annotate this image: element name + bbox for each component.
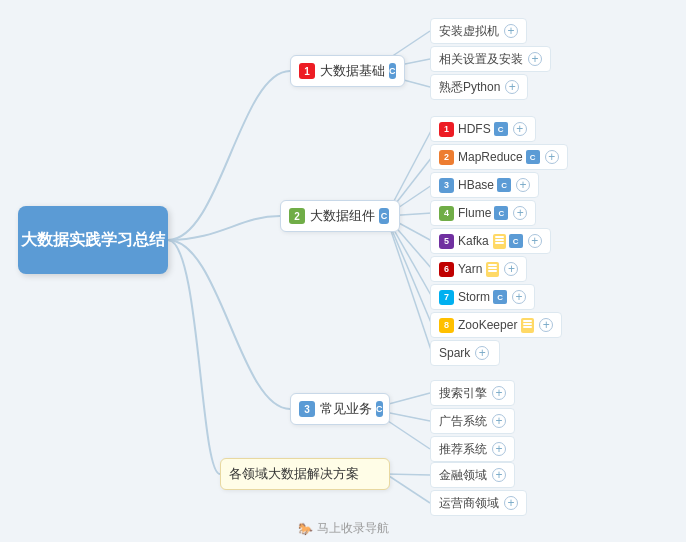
- leaf-num: 5: [439, 234, 454, 249]
- plus-button[interactable]: +: [504, 496, 518, 510]
- leaf-spark[interactable]: Spark +: [430, 340, 500, 366]
- plus-button[interactable]: +: [475, 346, 489, 360]
- plus-button[interactable]: +: [504, 262, 518, 276]
- leaf-label: Spark: [439, 346, 470, 360]
- leaf-num: 7: [439, 290, 454, 305]
- plus-button[interactable]: +: [513, 206, 527, 220]
- leaf-num: 8: [439, 318, 454, 333]
- svg-line-15: [386, 474, 430, 475]
- leaf-label: Yarn: [458, 262, 482, 276]
- leaf-c-icon: C: [494, 122, 508, 136]
- leaf-kafka[interactable]: 5 Kafka C +: [430, 228, 551, 254]
- leaf-flume[interactable]: 4 Flume C +: [430, 200, 536, 226]
- leaf-num: 4: [439, 206, 454, 221]
- leaf-doc-icon: [493, 234, 506, 249]
- plus-button[interactable]: +: [545, 150, 559, 164]
- branch-node-2[interactable]: 2 大数据组件 C: [280, 200, 400, 232]
- branch-num-2: 2: [289, 208, 305, 224]
- branch-label-1: 大数据基础: [320, 62, 385, 80]
- leaf-label: MapReduce: [458, 150, 523, 164]
- leaf-label: 推荐系统: [439, 441, 487, 458]
- root-label: 大数据实践学习总结: [21, 229, 165, 251]
- plus-button[interactable]: +: [516, 178, 530, 192]
- plus-button[interactable]: +: [505, 80, 519, 94]
- branch-node-4[interactable]: 各领域大数据解决方案: [220, 458, 390, 490]
- leaf-hdfs[interactable]: 1 HDFS C +: [430, 116, 536, 142]
- leaf-settings-install[interactable]: 相关设置及安装 +: [430, 46, 551, 72]
- leaf-yarn[interactable]: 6 Yarn +: [430, 256, 527, 282]
- leaf-c-icon: C: [494, 206, 508, 220]
- branch-label-4: 各领域大数据解决方案: [229, 465, 359, 483]
- plus-button[interactable]: +: [528, 234, 542, 248]
- leaf-storm[interactable]: 7 Storm C +: [430, 284, 535, 310]
- leaf-label: ZooKeeper: [458, 318, 517, 332]
- leaf-c-icon: C: [526, 150, 540, 164]
- leaf-label: 广告系统: [439, 413, 487, 430]
- leaf-num: 1: [439, 122, 454, 137]
- branch-node-3[interactable]: 3 常见业务 C: [290, 393, 390, 425]
- branch-c-icon-2: C: [379, 208, 389, 224]
- branch-c-icon-3: C: [376, 401, 383, 417]
- leaf-c-icon: C: [497, 178, 511, 192]
- leaf-c-icon: C: [509, 234, 523, 248]
- leaf-operator[interactable]: 运营商领域 +: [430, 490, 527, 516]
- leaf-label: 运营商领域: [439, 495, 499, 512]
- plus-button[interactable]: +: [504, 24, 518, 38]
- leaf-num: 6: [439, 262, 454, 277]
- leaf-recommend[interactable]: 推荐系统 +: [430, 436, 515, 462]
- plus-button[interactable]: +: [492, 468, 506, 482]
- leaf-num: 2: [439, 150, 454, 165]
- leaf-doc-icon: [486, 262, 499, 277]
- leaf-label: 安装虚拟机: [439, 23, 499, 40]
- leaf-doc-icon: [521, 318, 534, 333]
- leaf-zookeeper[interactable]: 8 ZooKeeper +: [430, 312, 562, 338]
- plus-button[interactable]: +: [492, 442, 506, 456]
- leaf-c-icon: C: [493, 290, 507, 304]
- leaf-search-engine[interactable]: 搜索引擎 +: [430, 380, 515, 406]
- leaf-hbase[interactable]: 3 HBase C +: [430, 172, 539, 198]
- leaf-label: 相关设置及安装: [439, 51, 523, 68]
- branch-num-3: 3: [299, 401, 315, 417]
- leaf-ad-system[interactable]: 广告系统 +: [430, 408, 515, 434]
- leaf-python[interactable]: 熟悉Python +: [430, 74, 528, 100]
- plus-button[interactable]: +: [512, 290, 526, 304]
- svg-line-11: [386, 216, 432, 353]
- plus-button[interactable]: +: [513, 122, 527, 136]
- watermark: 🐎 马上收录导航: [298, 520, 389, 537]
- branch-c-icon-1: C: [389, 63, 396, 79]
- plus-button[interactable]: +: [492, 414, 506, 428]
- leaf-finance[interactable]: 金融领域 +: [430, 462, 515, 488]
- svg-line-16: [386, 474, 430, 503]
- leaf-label: HDFS: [458, 122, 491, 136]
- watermark-text: 马上收录导航: [317, 520, 389, 537]
- plus-button[interactable]: +: [528, 52, 542, 66]
- branch-label-2: 大数据组件: [310, 207, 375, 225]
- leaf-mapreduce[interactable]: 2 MapReduce C +: [430, 144, 568, 170]
- leaf-label: Kafka: [458, 234, 489, 248]
- branch-node-1[interactable]: 1 大数据基础 C: [290, 55, 405, 87]
- root-node: 大数据实践学习总结: [18, 206, 168, 274]
- leaf-label: 熟悉Python: [439, 79, 500, 96]
- branch-num-1: 1: [299, 63, 315, 79]
- leaf-label: Storm: [458, 290, 490, 304]
- leaf-vm-install[interactable]: 安装虚拟机 +: [430, 18, 527, 44]
- branch-label-3: 常见业务: [320, 400, 372, 418]
- leaf-label: 搜索引擎: [439, 385, 487, 402]
- svg-line-10: [386, 216, 432, 325]
- plus-button[interactable]: +: [492, 386, 506, 400]
- plus-button[interactable]: +: [539, 318, 553, 332]
- leaf-label: Flume: [458, 206, 491, 220]
- watermark-icon: 🐎: [298, 522, 313, 536]
- leaf-label: HBase: [458, 178, 494, 192]
- leaf-label: 金融领域: [439, 467, 487, 484]
- leaf-num: 3: [439, 178, 454, 193]
